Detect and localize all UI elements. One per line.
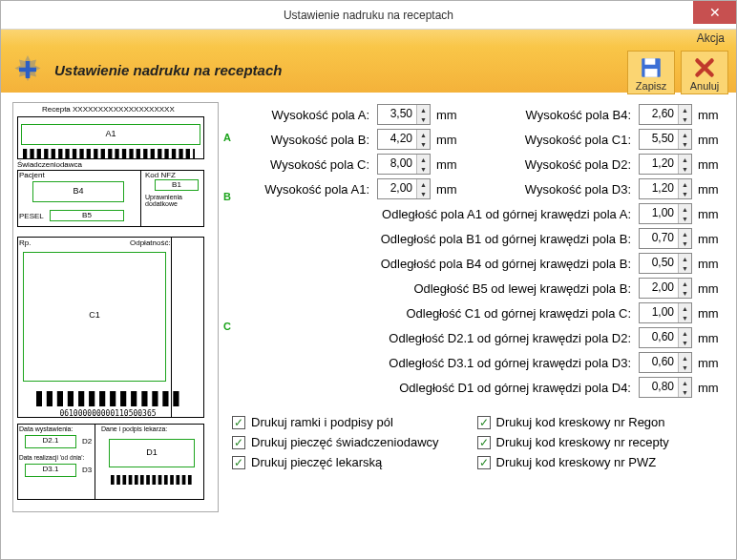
close-button[interactable]: ✕ xyxy=(693,1,736,24)
inp-wysB4[interactable]: 2,60▲▼ xyxy=(639,104,692,125)
inp-odD31[interactable]: 0,60▲▼ xyxy=(639,352,692,373)
inp-wysD3[interactable]: 1,20▲▼ xyxy=(639,178,692,199)
preview-pane: Recepta XXXXXXXXXXXXXXXXXXXX A1 ▌▌▌▌▌▌▌▌… xyxy=(12,102,219,512)
prev-b1: B1 xyxy=(155,179,199,191)
svg-rect-4 xyxy=(645,69,658,77)
prev-b4: B4 xyxy=(32,181,124,202)
lbl-wysC1: Wysokość pola C1: xyxy=(494,133,631,147)
prev-a1: A1 xyxy=(21,124,200,145)
chk-stamp-doctor[interactable]: ✓Drukuj pieczęć lekarską xyxy=(232,455,439,469)
cancel-label: Anuluj xyxy=(690,80,720,92)
chk-bar-regon[interactable]: ✓Drukuj kod kreskowy nr Regon xyxy=(477,415,669,429)
lbl-wysA: Wysokość pola A: xyxy=(232,108,369,122)
lbl-wysB: Wysokość pola B: xyxy=(232,133,369,147)
lbl-odB1: Odległość pola B1 od górnej krawędzi pol… xyxy=(232,232,631,246)
cancel-icon xyxy=(692,55,717,80)
lbl-odD1: Odległość D1 od górnej krawędzi pola D4: xyxy=(232,381,631,395)
prev-bar-a: ▌▌▌▌▌▌▌▌▌▌▌▌▌▌▌▌▌▌▌▌▌▌▌▌▌▌▌▌▌▌▌▌▌▌▌▌▌▌▌▌… xyxy=(23,149,195,158)
chk-frames[interactable]: ✓Drukuj ramki i podpisy pól xyxy=(232,415,439,429)
lbl-odD31: Odległość D3.1 od górnej krawędzi pola D… xyxy=(232,356,631,370)
header-title: Ustawienie nadruku na receptach xyxy=(54,62,282,78)
cancel-button[interactable]: Anuluj xyxy=(681,51,728,94)
prev-bar-d: ▌▌▌▌▌▌▌▌▌▌▌▌▌▌▌▌▌▌▌▌▌▌▌▌▌▌ xyxy=(111,475,193,485)
side-a: A xyxy=(223,132,231,143)
inp-odB5[interactable]: 2,00▲▼ xyxy=(639,278,692,299)
lbl-odB5: Odległość B5 od lewej krawędzi pola B: xyxy=(232,281,631,296)
lbl-odD21: Odległość D2.1 od górnej krawędzi pola D… xyxy=(232,331,631,345)
prev-recepta: Recepta XXXXXXXXXXXXXXXXXXXX xyxy=(42,105,175,114)
prev-d31: D3.1 xyxy=(25,464,76,477)
chk-bar-pwz[interactable]: ✓Drukuj kod kreskowy nr PWZ xyxy=(477,455,669,469)
lbl-odA1: Odległość pola A1 od górnej krawędzi pol… xyxy=(232,207,631,221)
prev-bar-c: ▌▌▌▌▌▌▌▌▌▌▌▌▌▌▌▌▌▌▌▌▌▌▌▌▌▌▌▌▌▌▌▌▌▌▌▌▌▌▌▌ xyxy=(36,391,179,406)
inp-wysA[interactable]: 3,50▲▼ xyxy=(377,104,431,125)
save-button[interactable]: Zapisz xyxy=(627,51,675,94)
lbl-wysD2: Wysokość pola D2: xyxy=(494,157,631,172)
lbl-odB4: Odległość pola B4 od górnej krawędzi pol… xyxy=(232,257,631,271)
prev-d21: D2.1 xyxy=(25,435,76,448)
action-label: Akcja xyxy=(1,30,736,47)
prev-barcode-num: 061000000000110500365 xyxy=(46,409,170,418)
prev-d1: D1 xyxy=(109,439,195,467)
inp-odD21[interactable]: 0,60▲▼ xyxy=(639,327,692,348)
inp-wysC[interactable]: 8,00▲▼ xyxy=(377,154,431,175)
inp-wysD2[interactable]: 1,20▲▼ xyxy=(639,154,692,175)
save-label: Zapisz xyxy=(636,80,666,92)
form: Wysokość pola A: 3,50▲▼ mm Wysokość pola… xyxy=(232,102,725,512)
inp-odD1[interactable]: 0,80▲▼ xyxy=(639,377,692,398)
medical-icon xyxy=(11,52,45,87)
svg-rect-1 xyxy=(19,68,36,73)
inp-wysC1[interactable]: 5,50▲▼ xyxy=(639,129,692,150)
prev-swiadcz: Świadczeniodawca xyxy=(17,160,82,169)
svg-rect-3 xyxy=(645,58,656,65)
lbl-wysD3: Wysokość pola D3: xyxy=(494,182,631,197)
lbl-odC1: Odległość C1 od górnej krawędzi pola C: xyxy=(232,306,631,321)
prev-b5: B5 xyxy=(50,210,124,221)
header: Ustawienie nadruku na receptach Zapisz A… xyxy=(1,47,736,93)
inp-wysA1[interactable]: 2,00▲▼ xyxy=(377,178,431,199)
titlebar: Ustawienie nadruku na receptach ✕ xyxy=(1,1,736,30)
prev-c1: C1 xyxy=(23,252,166,382)
side-b: B xyxy=(223,191,231,202)
lbl-wysA1: Wysokość pola A1: xyxy=(232,182,369,197)
inp-odB4[interactable]: 0,50▲▼ xyxy=(639,253,692,274)
inp-odB1[interactable]: 0,70▲▼ xyxy=(639,228,692,249)
inp-wysB[interactable]: 4,20▲▼ xyxy=(377,129,431,150)
side-c: C xyxy=(223,321,231,332)
window-title: Ustawienie nadruku na receptach xyxy=(284,9,453,22)
inp-odA1[interactable]: 1,00▲▼ xyxy=(639,203,692,224)
chk-stamp-provider[interactable]: ✓Drukuj pieczęć świadczeniodawcy xyxy=(232,435,439,449)
lbl-wysC: Wysokość pola C: xyxy=(232,157,369,172)
inp-odC1[interactable]: 1,00▲▼ xyxy=(639,302,692,323)
save-icon xyxy=(639,55,663,80)
chk-bar-recepty[interactable]: ✓Drukuj kod kreskowy nr recepty xyxy=(477,435,669,449)
lbl-wysB4: Wysokość pola B4: xyxy=(494,108,631,122)
